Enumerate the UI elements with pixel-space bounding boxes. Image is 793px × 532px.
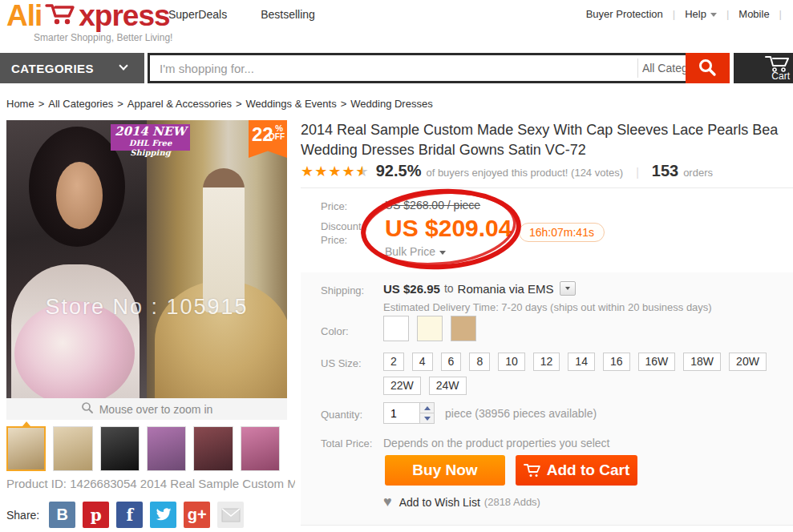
pinterest-icon[interactable]: p [83, 502, 109, 528]
cart-label: Cart [771, 71, 790, 82]
wishlist-adds: (2818 Adds) [484, 496, 540, 508]
thumbnail-strip [6, 426, 287, 473]
shipping-options-dropdown[interactable] [560, 281, 576, 296]
rating-row: ★★★★★★ 92.5% of buyers enjoyed this prod… [301, 162, 713, 180]
stock-note: piece (38956 pieces available) [445, 407, 597, 420]
mobile-link[interactable]: Mobile [738, 8, 769, 20]
total-price-text: Depends on the product properties you se… [383, 437, 610, 449]
orders-label: orders [683, 167, 713, 179]
top-nav-item[interactable]: Bestselling [261, 8, 315, 21]
shipping-label: Shipping: [321, 284, 364, 296]
size-options-row-1: 24681012141616W18W20W [383, 353, 775, 371]
add-to-cart-button[interactable]: Add to Cart [516, 455, 637, 486]
size-option-16[interactable]: 16 [603, 353, 630, 371]
thumbnail-image[interactable] [241, 426, 280, 471]
size-option-24w[interactable]: 24W [429, 377, 467, 395]
search-input[interactable] [150, 55, 637, 81]
star-rating-icon[interactable]: ★★★★★★ [301, 163, 370, 180]
size-option-6[interactable]: 6 [441, 353, 462, 371]
size-option-14[interactable]: 14 [568, 353, 595, 371]
share-row: Share: Bpfg+ [6, 502, 251, 528]
size-option-18w[interactable]: 18W [683, 353, 721, 371]
cart-button[interactable]: Cart [734, 53, 793, 83]
add-to-wishlist[interactable]: ♥ Add to Wish List (2818 Adds) [383, 494, 540, 510]
breadcrumb-item[interactable]: All Categories [48, 98, 113, 110]
product-info-column: 2014 Real Sample Custom Made Sexy With C… [301, 120, 793, 532]
share-label: Share: [6, 509, 39, 522]
divider [301, 187, 793, 188]
star-icon: ★ [328, 163, 342, 179]
logo-xpress-text: xpress [79, 2, 169, 30]
quantity-increase-button[interactable] [420, 403, 434, 413]
thumbnail-image[interactable] [147, 426, 186, 471]
star-icon: ★ [342, 163, 355, 179]
size-option-10[interactable]: 10 [498, 353, 525, 371]
discount-price: US $209.04 [385, 215, 512, 242]
top-header: Ali xpress Smarter Shopping, Better Livi… [0, 0, 793, 48]
quantity-decrease-button[interactable] [420, 413, 434, 423]
thumbnail-image[interactable] [53, 426, 92, 471]
shipping-value: US $26.95 to Romania via EMS [383, 281, 576, 296]
thumbnail-image[interactable] [193, 426, 233, 471]
twitter-icon[interactable] [150, 502, 176, 528]
vk-icon[interactable]: B [49, 502, 75, 528]
chevron-down-icon [710, 13, 717, 17]
breadcrumb-separator: > [38, 98, 45, 110]
star-icon: ★ [301, 163, 314, 179]
photo-right-bride [147, 120, 287, 398]
thumbnail-image[interactable] [6, 426, 46, 471]
quantity-input[interactable] [384, 403, 419, 423]
search-button[interactable] [686, 53, 730, 83]
heart-icon: ♥ [383, 494, 392, 510]
help-menu[interactable]: Help [685, 8, 717, 20]
star-icon: ★ [314, 163, 328, 179]
categories-menu-button[interactable]: CATEGORIES [0, 53, 144, 83]
size-options-row-2: 22W24W [383, 377, 475, 395]
categories-label: CATEGORIES [11, 62, 94, 75]
aliexpress-logo[interactable]: Ali xpress Smarter Shopping, Better Livi… [6, 2, 172, 43]
breadcrumb-item[interactable]: Weddings & Events [245, 98, 336, 110]
size-option-2[interactable]: 2 [383, 353, 404, 371]
size-option-8[interactable]: 8 [469, 353, 490, 371]
zoom-hint-bar: Mouse over to zoom in [6, 398, 287, 420]
product-image[interactable]: Store No : 105915 2014 NEW DHL Free Ship… [6, 120, 287, 398]
size-option-16w[interactable]: 16W [638, 353, 676, 371]
price-label: Price: [321, 200, 347, 212]
quantity-stepper [383, 402, 435, 424]
breadcrumb-item[interactable]: Apparel & Accessories [127, 98, 232, 110]
googleplus-icon[interactable]: g+ [184, 502, 210, 528]
top-right-nav: Buyer Protection | Help | Mobile | [586, 8, 791, 20]
shipping-destination: Romania via EMS [458, 282, 554, 296]
rating-percent: 92.5% [376, 162, 422, 180]
color-swatch[interactable] [451, 316, 476, 341]
delivery-estimate: Estimated Delivery Time: 7-20 days (ship… [383, 301, 712, 313]
orders-count: 153 [652, 162, 678, 180]
thumbnail-image[interactable] [100, 426, 140, 471]
email-icon[interactable] [217, 502, 244, 528]
size-option-4[interactable]: 4 [412, 353, 433, 371]
half-star-icon: ★★ [356, 163, 370, 180]
color-swatch[interactable] [383, 316, 409, 341]
magnifier-icon [81, 401, 99, 417]
search-icon [698, 58, 718, 79]
original-price: US $268.00 / piece [385, 199, 480, 212]
breadcrumb-item[interactable]: Home [6, 98, 34, 110]
breadcrumb-item[interactable]: Wedding Dresses [350, 98, 432, 110]
size-option-20w[interactable]: 20W [729, 353, 767, 371]
buyer-protection-link[interactable]: Buyer Protection [586, 8, 663, 20]
discount-price-label: Discount Price: [321, 220, 362, 247]
size-option-22w[interactable]: 22W [383, 377, 421, 395]
wishlist-label: Add to Wish List [399, 496, 480, 509]
size-option-12[interactable]: 12 [533, 353, 560, 371]
color-swatch[interactable] [417, 316, 443, 341]
search-box: All Categories [148, 53, 730, 83]
bulk-price-dropdown[interactable]: Bulk Price [385, 245, 446, 258]
breadcrumb-separator: > [341, 98, 347, 110]
store-watermark: Store No : 105915 [6, 295, 287, 320]
buy-now-button[interactable]: Buy Now [385, 455, 505, 486]
facebook-icon[interactable]: f [116, 502, 143, 528]
color-swatches [383, 316, 484, 341]
top-nav-item[interactable]: SuperDeals [168, 8, 227, 21]
breadcrumb-separator: > [236, 98, 242, 110]
color-label: Color: [321, 325, 349, 337]
